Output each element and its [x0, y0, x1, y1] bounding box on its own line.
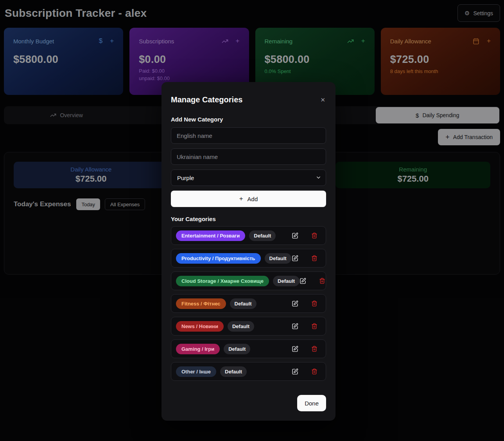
category-row-news: News / Новини Default [171, 317, 326, 336]
delete-category-button[interactable] [311, 323, 317, 329]
delete-category-button[interactable] [319, 278, 325, 284]
edit-category-button[interactable] [292, 346, 298, 352]
category-badge: News / Новини [176, 321, 224, 332]
delete-category-button[interactable] [311, 346, 317, 352]
edit-category-button[interactable] [292, 232, 298, 239]
default-badge: Default [265, 253, 291, 264]
english-name-input[interactable] [171, 127, 326, 144]
category-row-entertainment: Entertainment / Розваги Default [171, 226, 326, 245]
edit-category-button[interactable] [292, 255, 298, 262]
edit-category-button[interactable] [292, 300, 298, 307]
edit-icon [300, 278, 306, 284]
manage-categories-modal: Manage Categories ✕ Add New Category Pur… [161, 82, 335, 421]
add-category-button-label: Add [248, 196, 258, 202]
category-row-productivity: Productivity / Продуктивність Default [171, 249, 326, 268]
edit-icon [292, 300, 298, 307]
plus-icon: + [239, 195, 243, 203]
edit-icon [292, 346, 298, 352]
trash-icon [319, 278, 325, 284]
trash-icon [311, 232, 317, 239]
add-category-button[interactable]: + Add [171, 191, 326, 207]
edit-icon [292, 255, 298, 262]
edit-icon [292, 232, 298, 239]
category-row-gaming: Gaming / Ігри Default [171, 339, 326, 358]
edit-category-button[interactable] [300, 278, 306, 284]
trash-icon [311, 346, 317, 352]
category-badge: Productivity / Продуктивність [176, 253, 261, 264]
close-icon[interactable]: ✕ [319, 96, 326, 104]
trash-icon [311, 300, 317, 307]
delete-category-button[interactable] [311, 368, 317, 375]
delete-category-button[interactable] [311, 300, 317, 307]
trash-icon [311, 368, 317, 375]
category-badge: Other / Інше [176, 366, 216, 377]
default-badge: Default [249, 230, 276, 241]
default-badge: Default [230, 298, 256, 309]
trash-icon [311, 255, 317, 261]
color-select[interactable]: Purple [171, 170, 326, 186]
default-badge: Default [224, 344, 250, 354]
add-category-section-title: Add New Category [171, 116, 326, 123]
default-badge: Default [228, 321, 254, 332]
category-badge: Gaming / Ігри [176, 344, 220, 354]
edit-icon [292, 323, 298, 330]
edit-category-button[interactable] [292, 368, 298, 375]
category-row-other: Other / Інше Default [171, 362, 326, 381]
ukrainian-name-input[interactable] [171, 148, 326, 165]
delete-category-button[interactable] [311, 232, 317, 239]
edit-category-button[interactable] [292, 323, 298, 330]
delete-category-button[interactable] [311, 255, 317, 261]
default-badge: Default [273, 276, 300, 286]
default-badge: Default [220, 366, 247, 377]
trash-icon [311, 323, 317, 329]
modal-title: Manage Categories [171, 95, 242, 104]
edit-icon [292, 368, 298, 375]
your-categories-title: Your Categories [171, 216, 326, 222]
category-row-fitness: Fitness / Фітнес Default [171, 294, 326, 313]
category-badge: Entertainment / Розваги [176, 230, 245, 241]
category-badge: Fitness / Фітнес [176, 298, 226, 309]
done-button[interactable]: Done [297, 395, 326, 411]
category-row-cloud-storage: Cloud Storage / Хмарне Сховище Default [171, 271, 326, 290]
category-badge: Cloud Storage / Хмарне Сховище [176, 276, 269, 286]
